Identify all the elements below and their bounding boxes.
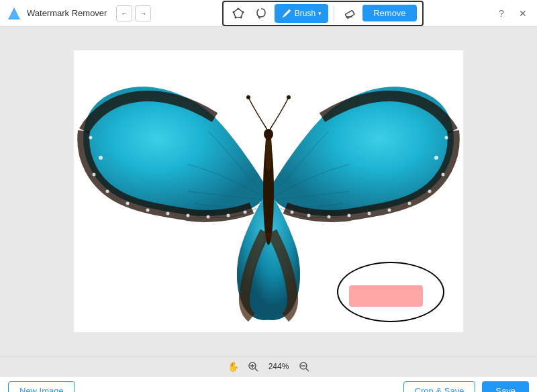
svg-point-3 bbox=[237, 7, 239, 9]
butterfly-image bbox=[74, 50, 463, 332]
polygon-select-icon bbox=[232, 7, 244, 19]
title-right: ? ✕ bbox=[494, 6, 530, 21]
nav-arrows: ← → bbox=[116, 5, 151, 21]
close-button[interactable]: ✕ bbox=[516, 6, 530, 21]
zoom-in-button[interactable] bbox=[246, 359, 260, 374]
svg-point-15 bbox=[126, 202, 130, 205]
title-bar: Watermark Remover ← → bbox=[0, 0, 537, 27]
crop-save-button[interactable]: Crop & Save bbox=[403, 381, 476, 392]
toolbar-separator bbox=[334, 6, 334, 21]
svg-marker-1 bbox=[9, 9, 19, 18]
svg-point-7 bbox=[232, 11, 234, 13]
svg-point-14 bbox=[106, 190, 109, 193]
watermark-selection bbox=[349, 285, 423, 307]
svg-point-12 bbox=[89, 136, 93, 140]
save-button[interactable]: Save bbox=[482, 381, 529, 392]
lasso-icon bbox=[255, 7, 267, 19]
svg-point-17 bbox=[166, 212, 170, 215]
zoom-level-text: 244% bbox=[266, 362, 291, 371]
brush-label: Brush bbox=[295, 9, 315, 18]
remove-button[interactable]: Remove bbox=[362, 5, 416, 21]
brush-icon bbox=[281, 8, 292, 19]
svg-point-19 bbox=[207, 215, 210, 219]
svg-point-5 bbox=[240, 16, 242, 18]
svg-point-21 bbox=[244, 211, 247, 214]
svg-point-35 bbox=[264, 129, 273, 140]
forward-button[interactable]: → bbox=[135, 5, 151, 21]
svg-point-37 bbox=[287, 95, 291, 99]
hand-icon: ✋ bbox=[228, 361, 239, 372]
close-icon: ✕ bbox=[519, 8, 527, 19]
new-image-button[interactable]: New Image bbox=[8, 381, 75, 392]
zoom-in-icon bbox=[248, 361, 258, 372]
svg-point-36 bbox=[246, 95, 250, 99]
svg-point-27 bbox=[388, 209, 391, 212]
polygon-select-tool-button[interactable] bbox=[229, 4, 248, 23]
pan-tool-button[interactable]: ✋ bbox=[226, 359, 240, 374]
svg-point-6 bbox=[234, 16, 236, 18]
brush-chevron: ▾ bbox=[318, 10, 322, 17]
svg-point-13 bbox=[93, 173, 96, 177]
svg-point-20 bbox=[227, 214, 230, 217]
app-title: Watermark Remover bbox=[27, 8, 107, 18]
back-button[interactable]: ← bbox=[116, 5, 132, 21]
eraser-tool-button[interactable] bbox=[340, 4, 358, 23]
svg-point-32 bbox=[291, 211, 294, 214]
svg-point-11 bbox=[99, 156, 103, 160]
svg-point-25 bbox=[428, 190, 432, 193]
svg-line-39 bbox=[255, 369, 258, 371]
brush-tool-button[interactable]: Brush ▾ bbox=[275, 4, 328, 23]
bottom-bar: New Image Crop & Save Save bbox=[0, 376, 537, 392]
svg-point-24 bbox=[442, 173, 445, 177]
title-left: Watermark Remover ← → bbox=[7, 5, 151, 21]
help-button[interactable]: ? bbox=[494, 6, 509, 21]
right-buttons: Crop & Save Save bbox=[403, 381, 529, 392]
svg-point-16 bbox=[146, 209, 150, 212]
eraser-icon bbox=[343, 7, 355, 19]
svg-point-28 bbox=[368, 212, 371, 215]
svg-point-22 bbox=[434, 156, 438, 160]
canvas-area[interactable] bbox=[0, 27, 537, 356]
svg-point-18 bbox=[187, 214, 190, 217]
svg-line-43 bbox=[306, 369, 309, 371]
zoom-out-button[interactable] bbox=[297, 359, 311, 374]
main-toolbar: Brush ▾ Remove bbox=[222, 1, 424, 26]
status-bar: ✋ 244% bbox=[0, 356, 537, 376]
svg-point-30 bbox=[328, 215, 331, 219]
image-container bbox=[74, 50, 463, 332]
lasso-tool-button[interactable] bbox=[252, 4, 271, 23]
svg-point-31 bbox=[307, 214, 311, 217]
svg-point-23 bbox=[445, 136, 448, 140]
svg-point-4 bbox=[242, 11, 244, 13]
svg-point-29 bbox=[348, 214, 351, 217]
app-logo-icon bbox=[7, 6, 21, 21]
svg-point-26 bbox=[408, 202, 411, 205]
help-icon: ? bbox=[499, 8, 504, 19]
zoom-out-icon bbox=[299, 361, 309, 372]
svg-marker-2 bbox=[234, 9, 243, 17]
